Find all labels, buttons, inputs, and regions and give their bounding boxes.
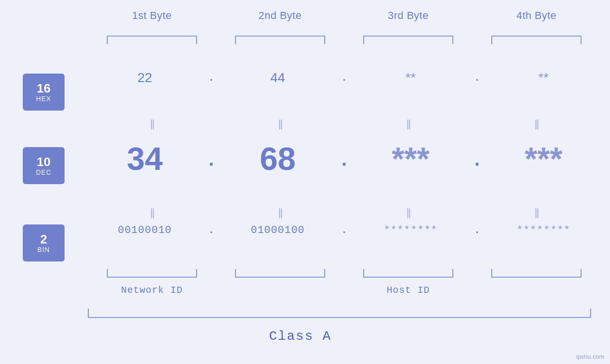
hex-cell-2: 44 [221, 70, 335, 85]
hex-dot-2: . [337, 72, 351, 84]
bracket-top-1 [107, 36, 197, 44]
byte-header-1: 1st Byte [88, 9, 216, 22]
dec-row: 34 . 68 . *** . *** [88, 140, 601, 177]
bracket-bottom-1 [107, 269, 197, 278]
dec-val-1: 34 [127, 140, 163, 177]
byte-header-2: 2nd Byte [216, 9, 344, 22]
eq-top-3: || [344, 118, 472, 130]
bracket-bottom-4 [491, 269, 582, 278]
bracket-cell-3 [344, 36, 472, 44]
bin-cell-2: 01000100 [221, 224, 335, 236]
byte-header-3: 3rd Byte [344, 9, 472, 22]
bin-cell-1: 00100010 [88, 224, 202, 236]
base-dec-label: 10 DEC [23, 147, 65, 184]
eq-bot-4: || [472, 206, 601, 219]
bracket-cell-2 [216, 36, 344, 44]
dec-val-3: *** [392, 140, 429, 177]
hex-dot-1: . [204, 72, 218, 84]
base-bin-text: BIN [38, 246, 50, 253]
bracket-top-4 [491, 36, 582, 44]
bracket-cell-4 [472, 36, 601, 44]
network-id-label: Network ID [88, 285, 216, 296]
eq-top-4: || [472, 118, 601, 130]
dec-val-2: 68 [260, 140, 296, 177]
dec-dot-3: . [470, 150, 484, 171]
section-labels: Network ID Host ID [88, 285, 601, 296]
hex-cell-3: ** [354, 70, 468, 85]
eq-bottom-row: || || || || [88, 206, 601, 219]
host-id-label: Host ID [216, 285, 601, 296]
eq-bot-1: || [88, 206, 216, 219]
hex-val-3: ** [405, 70, 416, 85]
bin-row: 00100010 . 01000100 . ******** . *******… [88, 224, 601, 236]
bin-val-2: 01000100 [251, 224, 305, 236]
bottom-brackets [88, 269, 601, 278]
bracket-top-2 [235, 36, 325, 44]
dec-cell-3: *** [354, 140, 468, 177]
top-brackets [88, 36, 601, 44]
eq-bot-3: || [344, 206, 472, 219]
eq-top-row: || || || || [88, 118, 601, 130]
hex-val-2: 44 [270, 70, 285, 85]
base-bin-label: 2 BIN [23, 224, 65, 261]
base-hex-label: 16 HEX [23, 74, 65, 111]
full-bracket [88, 308, 591, 318]
class-label: Class A [0, 329, 601, 344]
base-bin-num: 2 [40, 233, 47, 246]
dec-cell-4: *** [487, 140, 601, 177]
bracket-bot-cell-4 [472, 269, 601, 278]
bin-dot-1: . [204, 224, 218, 236]
hex-row: 22 . 44 . ** . ** [88, 70, 601, 85]
bin-dot-2: . [337, 224, 351, 236]
dec-dot-2: . [337, 150, 351, 171]
hex-dot-3: . [470, 72, 484, 84]
dec-cell-1: 34 [88, 140, 202, 177]
eq-top-2: || [216, 118, 344, 130]
eq-top-1: || [88, 118, 216, 130]
bin-val-4: ******** [516, 224, 571, 236]
base-dec-num: 10 [37, 155, 51, 169]
dec-cell-2: 68 [221, 140, 335, 177]
bin-val-1: 00100010 [118, 224, 172, 236]
hex-val-4: ** [538, 70, 549, 85]
eq-bot-2: || [216, 206, 344, 219]
bracket-bottom-3 [363, 269, 453, 278]
bracket-cell-1 [88, 36, 216, 44]
bracket-bot-cell-3 [344, 269, 472, 278]
bracket-bot-cell-2 [216, 269, 344, 278]
bin-cell-4: ******** [487, 224, 601, 236]
bin-dot-3: . [470, 224, 484, 236]
watermark: ipshu.com [576, 353, 604, 360]
byte-headers: 1st Byte 2nd Byte 3rd Byte 4th Byte [88, 9, 601, 22]
bracket-bot-cell-1 [88, 269, 216, 278]
base-hex-text: HEX [36, 95, 51, 103]
bin-cell-3: ******** [354, 224, 468, 236]
dec-val-4: *** [525, 140, 562, 177]
hex-cell-1: 22 [88, 70, 202, 85]
main-container: 1st Byte 2nd Byte 3rd Byte 4th Byte 16 H… [0, 0, 610, 364]
bracket-top-3 [363, 36, 453, 44]
bin-val-3: ******** [384, 224, 438, 236]
base-hex-num: 16 [37, 82, 51, 95]
dec-dot-1: . [204, 150, 218, 171]
hex-val-1: 22 [137, 70, 152, 85]
byte-header-4: 4th Byte [472, 9, 601, 22]
hex-cell-4: ** [487, 70, 601, 85]
bracket-bottom-2 [235, 269, 325, 278]
base-dec-text: DEC [36, 168, 52, 176]
